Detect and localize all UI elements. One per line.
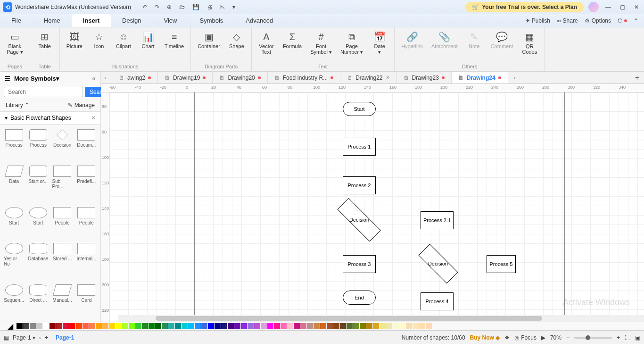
shape-process[interactable]: Process xyxy=(3,128,25,163)
color-swatch[interactable] xyxy=(419,323,425,329)
shape-yes-or-no[interactable]: Yes or No xyxy=(3,242,25,282)
dropdown-icon[interactable]: ▾ xyxy=(56,75,59,82)
library-link[interactable]: Library ⌃ xyxy=(6,102,29,108)
ribbon-shape[interactable]: ◇Shape xyxy=(226,29,248,64)
flowchart-decision[interactable]: Decision xyxy=(410,253,466,274)
color-swatch[interactable] xyxy=(333,323,339,329)
color-swatch[interactable] xyxy=(386,323,392,329)
page-layout-icon[interactable]: ▦ xyxy=(4,334,9,341)
color-swatch[interactable] xyxy=(215,323,221,329)
color-swatch[interactable] xyxy=(327,323,333,329)
color-swatch[interactable] xyxy=(109,323,115,329)
menu-view[interactable]: View xyxy=(153,14,189,27)
fit-page-button[interactable]: ⛶ xyxy=(625,334,630,341)
color-swatch[interactable] xyxy=(274,323,280,329)
color-swatch[interactable] xyxy=(380,323,386,329)
color-swatch[interactable] xyxy=(56,323,62,329)
color-swatch[interactable] xyxy=(116,323,122,329)
zoom-slider[interactable] xyxy=(574,337,612,339)
color-swatch[interactable] xyxy=(142,323,148,329)
flowchart-process-3[interactable]: Process 3 xyxy=(343,255,376,273)
trial-banner[interactable]: 🛒 Your free Trial is over. Select a Plan xyxy=(465,2,584,12)
collapse-sidebar-icon[interactable]: « xyxy=(92,75,96,82)
color-swatch[interactable] xyxy=(314,323,320,329)
shape-docum-[interactable]: Docum... xyxy=(75,128,98,163)
menu-advanced[interactable]: Advanced xyxy=(234,14,284,27)
color-swatch[interactable] xyxy=(360,323,366,329)
category-collapse-icon[interactable]: ▾ xyxy=(5,115,8,121)
ribbon-qr-codes[interactable]: ▦QRCodes xyxy=(519,29,540,64)
share-button[interactable]: ∞Share xyxy=(557,17,578,24)
category-close-icon[interactable]: ✕ xyxy=(91,115,96,121)
menu-design[interactable]: Design xyxy=(111,14,152,27)
color-swatch[interactable] xyxy=(30,323,36,329)
shape-decision[interactable]: Decision xyxy=(51,128,74,163)
color-swatch[interactable] xyxy=(320,323,326,329)
color-swatch[interactable] xyxy=(17,323,23,329)
zoom-out-button[interactable]: − xyxy=(566,334,570,341)
color-swatch[interactable] xyxy=(182,323,188,329)
ribbon-clipart[interactable]: ☺Clipart xyxy=(113,29,134,64)
shape-process[interactable]: Process xyxy=(27,128,49,163)
qat-dropdown-icon[interactable]: ▾ xyxy=(232,4,235,10)
shape-sequen-[interactable]: Sequen... xyxy=(3,283,25,318)
doc-tab-drawing20[interactable]: 🗎Drawing20 xyxy=(213,72,267,83)
flowchart-process-1[interactable]: Process 1 xyxy=(343,138,376,156)
doc-tab-drawing23[interactable]: 🗎Drawing23 xyxy=(397,72,452,83)
color-swatch[interactable] xyxy=(43,323,49,329)
maximize-button[interactable]: ▢ xyxy=(618,2,627,12)
color-swatch[interactable] xyxy=(248,323,254,329)
manage-link[interactable]: ✎ Manage xyxy=(68,102,95,108)
color-swatch[interactable] xyxy=(287,323,293,329)
tab-nav-next[interactable]: → xyxy=(508,75,520,81)
options-button[interactable]: ⚙Options xyxy=(585,17,611,24)
color-swatch[interactable] xyxy=(373,323,379,329)
minimize-button[interactable]: — xyxy=(603,2,613,12)
color-swatch[interactable] xyxy=(300,323,306,329)
color-swatch[interactable] xyxy=(188,323,194,329)
color-swatch[interactable] xyxy=(69,323,75,329)
shape-predefi-[interactable]: Predefi... xyxy=(75,165,98,204)
eyedropper-icon[interactable]: ◢ xyxy=(8,322,13,330)
shape-data[interactable]: Data xyxy=(3,165,25,204)
user-avatar[interactable] xyxy=(588,2,599,12)
page-dropdown[interactable]: Page-1 ▾ xyxy=(13,334,35,341)
ribbon-container[interactable]: ▣Container xyxy=(195,29,223,64)
color-swatch[interactable] xyxy=(135,323,141,329)
color-swatch[interactable] xyxy=(102,323,108,329)
color-swatch[interactable] xyxy=(267,323,273,329)
color-swatch[interactable] xyxy=(307,323,313,329)
layers-button[interactable]: ❖ xyxy=(504,334,510,341)
open-icon[interactable]: 🗁 xyxy=(179,4,185,10)
color-swatch[interactable] xyxy=(208,323,214,329)
color-swatch[interactable] xyxy=(162,323,168,329)
add-page-button[interactable]: + xyxy=(45,334,48,341)
color-swatch[interactable] xyxy=(241,323,247,329)
color-swatch[interactable] xyxy=(195,323,201,329)
color-swatch[interactable] xyxy=(393,323,399,329)
notifications-button[interactable]: ⬡ xyxy=(618,17,627,24)
new-icon[interactable]: ⊕ xyxy=(167,4,172,10)
color-swatch[interactable] xyxy=(23,323,29,329)
doc-tab-drawing24[interactable]: 🗎Drawing24 xyxy=(452,72,508,83)
zoom-in-button[interactable]: + xyxy=(617,334,620,341)
add-tab-button[interactable]: + xyxy=(630,74,644,82)
shape-people[interactable]: People xyxy=(51,206,74,241)
shape-start[interactable]: Start xyxy=(27,206,49,241)
color-swatch[interactable] xyxy=(347,323,353,329)
color-swatch[interactable] xyxy=(36,323,42,329)
color-swatch[interactable] xyxy=(234,323,240,329)
fullscreen-button[interactable]: ▣ xyxy=(635,334,640,341)
search-input[interactable] xyxy=(4,87,83,97)
menu-insert[interactable]: Insert xyxy=(72,14,111,27)
color-swatch[interactable] xyxy=(261,323,267,329)
shape-stored-[interactable]: Stored ... xyxy=(51,242,74,282)
close-tab-icon[interactable]: ✕ xyxy=(386,75,390,81)
ribbon-icon[interactable]: ☆Icon xyxy=(88,29,110,64)
close-button[interactable]: ✕ xyxy=(632,2,641,12)
shape-direct-[interactable]: Direct ... xyxy=(27,283,49,318)
color-swatch[interactable] xyxy=(413,323,419,329)
color-swatch[interactable] xyxy=(201,323,207,329)
flowchart-process-2[interactable]: Process 2 xyxy=(343,176,376,194)
color-swatch[interactable] xyxy=(294,323,300,329)
